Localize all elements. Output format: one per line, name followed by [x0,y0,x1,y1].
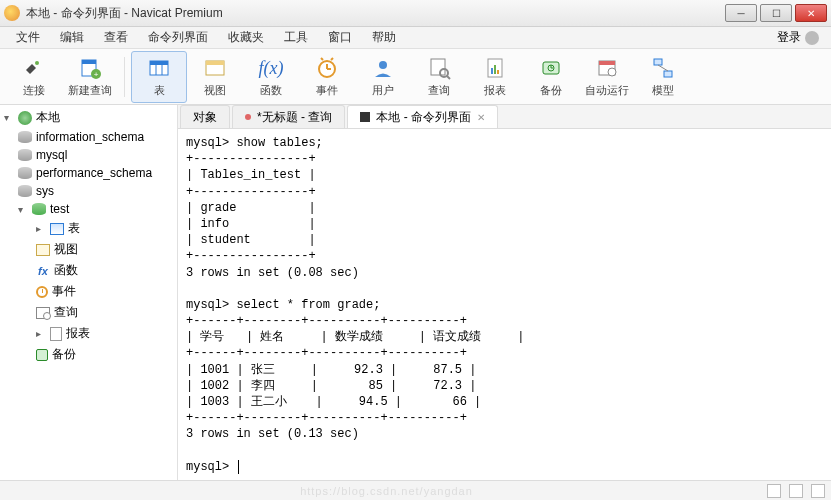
twisty-icon: ▾ [18,204,28,215]
tree-db-mysql[interactable]: mysql [0,146,177,164]
tool-new-query[interactable]: + 新建查询 [62,51,118,103]
svg-line-29 [658,65,668,71]
database-icon [32,203,46,215]
svg-rect-19 [491,68,493,74]
tree-child-views[interactable]: 视图 [0,239,177,260]
tool-function[interactable]: f(x) 函数 [243,51,299,103]
tool-user[interactable]: 用户 [355,51,411,103]
tab-cli[interactable]: 本地 - 命令列界面✕ [347,105,498,128]
login-label: 登录 [777,29,801,46]
toolbar: 连接 + 新建查询 表 视图 f(x) 函数 事件 用户 查询 报表 备份 自动… [0,49,831,105]
tree-child-reports[interactable]: ▸报表 [0,323,177,344]
window-title: 本地 - 命令列界面 - Navicat Premium [26,5,725,22]
user-icon [370,55,396,81]
plug-icon [21,55,47,81]
connection-icon [18,111,32,125]
tree-root-label: 本地 [36,109,60,126]
tabbar: 对象 *无标题 - 查询 本地 - 命令列界面✕ [178,105,831,129]
tree-db-test[interactable]: ▾test [0,200,177,218]
login-button[interactable]: 登录 [771,29,825,46]
menu-favorites[interactable]: 收藏夹 [218,29,274,46]
titlebar: 本地 - 命令列界面 - Navicat Premium ─ ☐ ✕ [0,0,831,27]
tree-child-functions[interactable]: fx函数 [0,260,177,281]
menu-view[interactable]: 查看 [94,29,138,46]
tree-child-tables[interactable]: ▸表 [0,218,177,239]
twisty-icon: ▾ [4,112,14,123]
svg-rect-27 [654,59,662,65]
status-icon-1[interactable] [767,484,781,498]
tree-db-sys[interactable]: sys [0,182,177,200]
menu-help[interactable]: 帮助 [362,29,406,46]
separator [124,57,125,97]
tool-event[interactable]: 事件 [299,51,355,103]
svg-rect-15 [431,59,445,75]
tree-root[interactable]: ▾ 本地 [0,107,177,128]
twisty-icon: ▸ [36,223,46,234]
status-icon-3[interactable] [811,484,825,498]
svg-point-26 [608,68,616,76]
menu-file[interactable]: 文件 [6,29,50,46]
database-icon [18,149,32,161]
avatar-icon [805,31,819,45]
fx-icon: f(x) [258,55,284,81]
sidebar[interactable]: ▾ 本地 information_schema mysql performanc… [0,105,178,480]
close-button[interactable]: ✕ [795,4,827,22]
tab-close-icon[interactable]: ✕ [477,112,485,123]
minimize-button[interactable]: ─ [725,4,757,22]
svg-point-14 [379,61,387,69]
menu-window[interactable]: 窗口 [318,29,362,46]
tool-query[interactable]: 查询 [411,51,467,103]
tool-table[interactable]: 表 [131,51,187,103]
autorun-icon [594,55,620,81]
tool-model[interactable]: 模型 [635,51,691,103]
table-icon [146,55,172,81]
menu-cli[interactable]: 命令列界面 [138,29,218,46]
svg-text:+: + [94,70,99,79]
report-icon [50,327,62,341]
report-icon [482,55,508,81]
twisty-icon: ▸ [36,328,46,339]
watermark: https://blog.csdn.net/yangdan [300,485,473,497]
tab-objects[interactable]: 对象 [180,105,230,128]
content-area: 对象 *无标题 - 查询 本地 - 命令列界面✕ mysql> show tab… [178,105,831,480]
fx-icon: fx [36,265,50,277]
tree-db-performance-schema[interactable]: performance_schema [0,164,177,182]
new-query-icon: + [77,55,103,81]
tool-backup[interactable]: 备份 [523,51,579,103]
tool-connection[interactable]: 连接 [6,51,62,103]
menubar: 文件 编辑 查看 命令列界面 收藏夹 工具 窗口 帮助 登录 [0,27,831,49]
database-icon [18,185,32,197]
svg-rect-28 [664,71,672,77]
status-icons [767,484,825,498]
view-icon [202,55,228,81]
window-controls: ─ ☐ ✕ [725,4,827,22]
menu-edit[interactable]: 编辑 [50,29,94,46]
status-icon-2[interactable] [789,484,803,498]
clock-icon [314,55,340,81]
tab-untitled-query[interactable]: *无标题 - 查询 [232,105,345,128]
tool-view[interactable]: 视图 [187,51,243,103]
maximize-button[interactable]: ☐ [760,4,792,22]
tool-autorun[interactable]: 自动运行 [579,51,635,103]
tree-db-information-schema[interactable]: information_schema [0,128,177,146]
dirty-dot-icon [245,114,251,120]
terminal-icon [360,112,370,122]
tree-child-events[interactable]: 事件 [0,281,177,302]
app-icon [4,5,20,21]
tree-child-queries[interactable]: 查询 [0,302,177,323]
database-icon [18,167,32,179]
table-icon [50,223,64,235]
model-icon [650,55,676,81]
tree-child-backups[interactable]: 备份 [0,344,177,365]
menu-tools[interactable]: 工具 [274,29,318,46]
sql-console[interactable]: mysql> show tables; +----------------+ |… [178,129,831,480]
svg-rect-21 [497,70,499,74]
svg-rect-10 [206,61,224,65]
backup-icon [36,349,48,361]
main-split: ▾ 本地 information_schema mysql performanc… [0,105,831,480]
clock-icon [36,286,48,298]
svg-line-17 [447,76,450,79]
svg-rect-2 [82,60,96,64]
view-icon [36,244,50,256]
tool-report[interactable]: 报表 [467,51,523,103]
